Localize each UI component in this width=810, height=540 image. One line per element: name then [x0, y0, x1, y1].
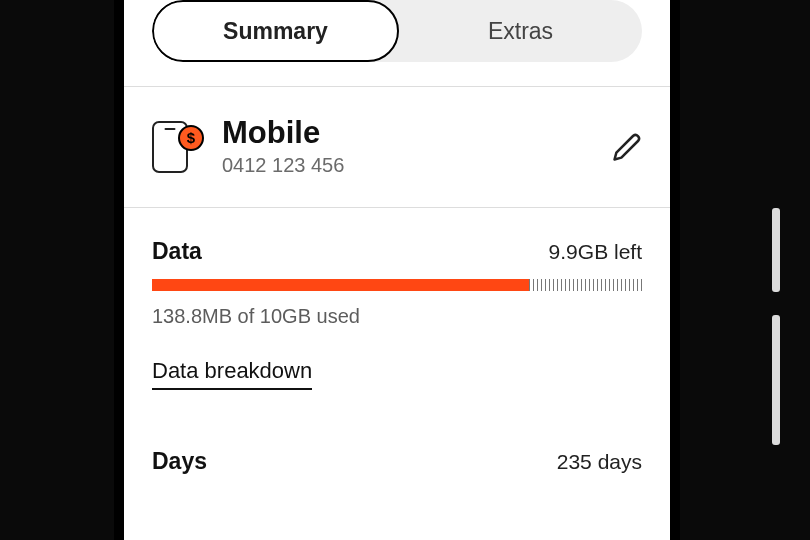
data-section: Data 9.9GB left 138.8MB of 10GB used Dat…: [124, 208, 670, 475]
data-used-text: 138.8MB of 10GB used: [152, 305, 642, 328]
tab-extras-label: Extras: [488, 18, 553, 45]
tabs-container: Summary Extras: [124, 0, 670, 86]
data-remaining: 9.9GB left: [549, 240, 642, 264]
segmented-control: Summary Extras: [152, 0, 642, 62]
account-text: Mobile 0412 123 456: [222, 117, 612, 177]
days-row: Days 235 days: [152, 448, 642, 475]
account-header: $ Mobile 0412 123 456: [124, 87, 670, 207]
days-value: 235 days: [557, 450, 642, 474]
edit-button[interactable]: [612, 132, 642, 162]
pencil-icon: [612, 132, 642, 162]
tab-summary[interactable]: Summary: [152, 0, 399, 62]
mobile-account-icon: $: [152, 121, 204, 173]
data-progress-fill: [152, 279, 529, 291]
data-row: Data 9.9GB left: [152, 238, 642, 265]
data-progress-bar: [152, 279, 642, 291]
days-label: Days: [152, 448, 207, 475]
data-label: Data: [152, 238, 202, 265]
device-frame: Summary Extras $ Mobile 0412 123 456: [114, 0, 680, 540]
account-number: 0412 123 456: [222, 154, 612, 177]
data-progress-remaining: [529, 279, 642, 291]
dollar-badge-icon: $: [178, 125, 204, 151]
badge-text: $: [187, 129, 195, 146]
device-volume-button: [772, 315, 780, 445]
account-title: Mobile: [222, 117, 612, 150]
device-power-button: [772, 208, 780, 292]
app-screen: Summary Extras $ Mobile 0412 123 456: [124, 0, 670, 540]
tab-extras[interactable]: Extras: [399, 0, 642, 62]
tab-summary-label: Summary: [223, 18, 328, 45]
data-breakdown-link[interactable]: Data breakdown: [152, 358, 312, 390]
